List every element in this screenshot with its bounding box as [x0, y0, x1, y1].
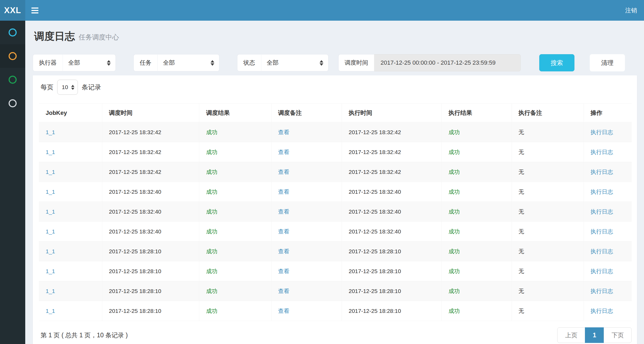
hamburger-menu-icon — [31, 8, 38, 13]
content-header: 调度日志 任务调度中心 — [33, 21, 637, 42]
job-key-link[interactable]: 1_1 — [46, 189, 55, 195]
select-caret-icon — [71, 85, 74, 90]
trigger-msg-link[interactable]: 查看 — [278, 208, 290, 215]
table-row: 1_12017-12-25 18:32:40成功查看2017-12-25 18:… — [39, 202, 632, 222]
trigger-msg-link[interactable]: 查看 — [278, 149, 290, 155]
table-row: 1_12017-12-25 18:28:10成功查看2017-12-25 18:… — [39, 261, 632, 281]
execute-log-link[interactable]: 执行日志 — [591, 268, 613, 274]
trigger-msg-link[interactable]: 查看 — [278, 129, 290, 135]
trigger-msg-link[interactable]: 查看 — [278, 189, 290, 195]
trigger-result-text: 成功 — [206, 308, 217, 314]
job-select-value: 全部 — [163, 59, 204, 67]
sidebar-item-2[interactable] — [0, 44, 25, 68]
table-row: 1_12017-12-25 18:32:40成功查看2017-12-25 18:… — [39, 222, 632, 241]
table-row: 1_12017-12-25 18:32:42成功查看2017-12-25 18:… — [39, 142, 632, 162]
handle-result-text: 成功 — [448, 228, 460, 235]
trigger-result-text: 成功 — [206, 228, 217, 235]
handle-result-text: 成功 — [448, 268, 460, 274]
trigger-msg-link[interactable]: 查看 — [278, 308, 290, 314]
sidebar-item-1[interactable] — [0, 21, 25, 44]
clear-button[interactable]: 清理 — [590, 54, 625, 71]
circle-icon — [9, 28, 17, 36]
job-key-link[interactable]: 1_1 — [46, 248, 55, 254]
trigger-result-text: 成功 — [206, 288, 217, 294]
page-subtitle: 任务调度中心 — [79, 32, 119, 42]
handle-msg-text: 无 — [519, 189, 524, 195]
execute-log-link[interactable]: 执行日志 — [591, 208, 613, 215]
page-size-value: 10 — [62, 84, 68, 90]
handle-result-text: 成功 — [448, 189, 460, 195]
col-header-handle-msg: 执行备注 — [512, 104, 584, 122]
handle-result-text: 成功 — [448, 129, 460, 135]
col-header-trigger-msg: 调度备注 — [271, 104, 342, 122]
app-logo[interactable]: XXL — [0, 0, 25, 21]
time-filter-group: 调度时间 2017-12-25 00:00:00 - 2017-12-25 23… — [338, 54, 521, 71]
trigger-result-text: 成功 — [206, 268, 217, 274]
status-select-value: 全部 — [267, 59, 313, 67]
job-key-link[interactable]: 1_1 — [46, 228, 55, 235]
logout-link[interactable]: 注销 — [618, 0, 644, 21]
handle-time-text: 2017-12-25 18:32:42 — [349, 149, 401, 155]
sidebar — [0, 21, 25, 344]
sidebar-item-3[interactable] — [0, 68, 25, 92]
table-row: 1_12017-12-25 18:28:10成功查看2017-12-25 18:… — [39, 301, 632, 321]
execute-log-link[interactable]: 执行日志 — [591, 228, 613, 235]
handle-msg-text: 无 — [519, 129, 524, 135]
job-key-link[interactable]: 1_1 — [46, 268, 55, 274]
trigger-time-text: 2017-12-25 18:28:10 — [109, 248, 161, 254]
handle-result-text: 成功 — [448, 308, 460, 314]
trigger-msg-link[interactable]: 查看 — [278, 268, 290, 274]
col-header-handle-time: 执行时间 — [342, 104, 442, 122]
handle-time-text: 2017-12-25 18:32:42 — [349, 169, 401, 175]
status-select[interactable]: 全部 — [261, 54, 328, 71]
job-key-link[interactable]: 1_1 — [46, 288, 55, 294]
execute-log-link[interactable]: 执行日志 — [591, 189, 613, 195]
job-select[interactable]: 全部 — [157, 54, 219, 71]
trigger-msg-link[interactable]: 查看 — [278, 288, 290, 294]
handle-time-text: 2017-12-25 18:32:40 — [349, 189, 401, 195]
executor-select[interactable]: 全部 — [63, 54, 116, 71]
execute-log-link[interactable]: 执行日志 — [591, 149, 613, 155]
job-key-link[interactable]: 1_1 — [46, 208, 55, 215]
execute-log-link[interactable]: 执行日志 — [591, 308, 613, 314]
handle-msg-text: 无 — [519, 208, 524, 215]
log-table-panel: 每页 10 条记录 JobKey 调度时间 调度结果 调度备注 执行时间 执行结… — [33, 75, 637, 344]
handle-msg-text: 无 — [519, 268, 524, 274]
page-size-select[interactable]: 10 — [57, 80, 78, 95]
trigger-time-text: 2017-12-25 18:32:40 — [109, 189, 161, 195]
trigger-result-text: 成功 — [206, 208, 217, 215]
prev-page-button[interactable]: 上页 — [557, 327, 585, 343]
trigger-msg-link[interactable]: 查看 — [278, 248, 290, 254]
main-content: 调度日志 任务调度中心 执行器 全部 任务 全部 状态 全部 — [25, 21, 644, 344]
trigger-time-range-input[interactable]: 2017-12-25 00:00:00 - 2017-12-25 23:59:5… — [374, 54, 521, 71]
trigger-msg-link[interactable]: 查看 — [278, 228, 290, 235]
job-key-link[interactable]: 1_1 — [46, 149, 55, 155]
trigger-result-text: 成功 — [206, 129, 217, 135]
trigger-time-text: 2017-12-25 18:32:42 — [109, 129, 161, 135]
job-key-link[interactable]: 1_1 — [46, 169, 55, 175]
handle-msg-text: 无 — [519, 288, 524, 294]
execute-log-link[interactable]: 执行日志 — [591, 288, 613, 294]
execute-log-link[interactable]: 执行日志 — [591, 248, 613, 254]
sidebar-item-4[interactable] — [0, 92, 25, 115]
page-number-button[interactable]: 1 — [585, 327, 604, 343]
trigger-result-text: 成功 — [206, 149, 217, 155]
search-button[interactable]: 搜索 — [539, 54, 574, 71]
execute-log-link[interactable]: 执行日志 — [591, 129, 613, 135]
job-key-link[interactable]: 1_1 — [46, 308, 55, 314]
job-key-link[interactable]: 1_1 — [46, 129, 55, 135]
table-header-row: JobKey 调度时间 调度结果 调度备注 执行时间 执行结果 执行备注 操作 — [39, 104, 632, 122]
handle-result-text: 成功 — [448, 248, 460, 254]
handle-result-text: 成功 — [448, 149, 460, 155]
sidebar-toggle-button[interactable] — [25, 0, 45, 21]
trigger-time-text: 2017-12-25 18:28:10 — [109, 268, 161, 274]
col-header-action: 操作 — [584, 104, 632, 122]
select-caret-icon — [320, 60, 323, 66]
job-filter-group: 任务 全部 — [133, 54, 219, 71]
execute-log-link[interactable]: 执行日志 — [591, 169, 613, 175]
trigger-time-text: 2017-12-25 18:32:42 — [109, 169, 161, 175]
trigger-msg-link[interactable]: 查看 — [278, 169, 290, 175]
table-row: 1_12017-12-25 18:32:42成功查看2017-12-25 18:… — [39, 122, 632, 142]
next-page-button[interactable]: 下页 — [604, 327, 632, 343]
pagination: 上页 1 下页 — [557, 327, 632, 343]
